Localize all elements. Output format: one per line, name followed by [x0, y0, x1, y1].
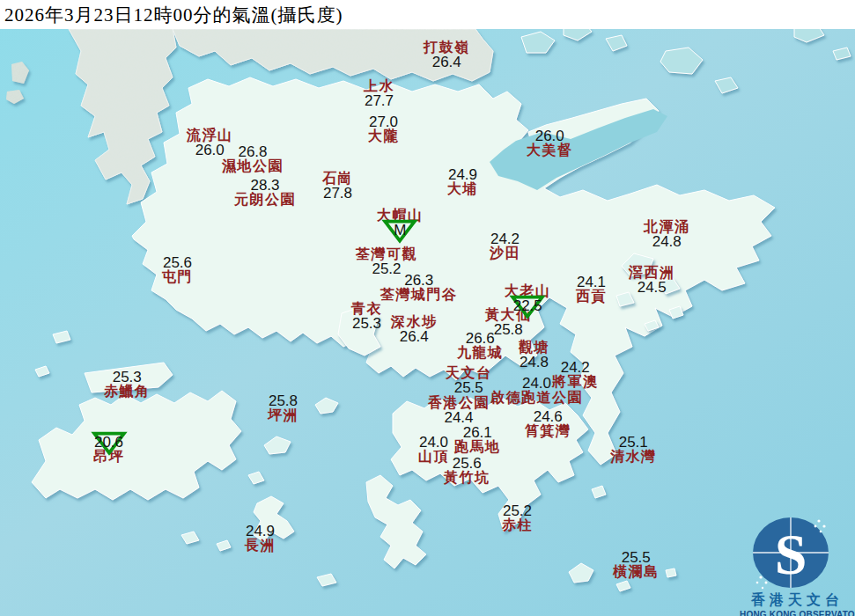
station-temperature-value: 25.2 [372, 261, 401, 276]
station-temperature-value: 26.4 [400, 329, 429, 344]
station-temperature-value: 22.5 [513, 298, 542, 313]
hko-temperature-map-screen: S 打鼓嶺26.4上水27.727.0大隴流浮山26.026.8濕地公園28.3… [0, 0, 855, 616]
station-name-label: 流浮山 [187, 128, 233, 143]
station-temperature-value: 24.9 [448, 167, 477, 182]
station-name-label: 天文台 [446, 366, 492, 380]
station-赤鱲角: 25.3赤鱲角 [104, 370, 151, 399]
station-temperature-value: 25.5 [622, 550, 651, 565]
logo-chinese-name: 香港天文台 [740, 591, 855, 610]
station-元朗公園: 28.3元朗公園 [234, 178, 296, 207]
hko-logo-captions: 香港天文台 HONG KONG OBSERVATORY [740, 503, 855, 616]
station-temperature-value: 27.0 [369, 114, 398, 129]
logo-english-name: HONG KONG OBSERVATORY [740, 610, 855, 616]
station-赤柱: 25.2赤柱 [502, 503, 533, 532]
station-name-label: 濕地公園 [222, 159, 284, 173]
station-深水埗: 深水埗26.4 [391, 315, 438, 344]
station-temperature-value: 24.5 [638, 280, 667, 295]
station-temperature-value: 28.3 [250, 178, 279, 193]
station-大埔: 24.9大埔 [447, 167, 478, 196]
title-bar: 2026年3月23日12時00分的氣溫(攝氏度) [0, 0, 855, 29]
station-name-label: 觀塘 [519, 341, 549, 355]
station-name-label: 屯門 [162, 270, 193, 284]
station-temperature-value: 27.7 [365, 93, 394, 108]
station-temperature-value: 25.6 [453, 456, 482, 471]
station-滘西洲: 滘西洲24.5 [629, 266, 675, 295]
station-name-label: 北潭涌 [644, 220, 690, 234]
station-temperature-value: 25.1 [619, 435, 648, 450]
station-橫瀾島: 25.5橫瀾島 [613, 550, 660, 579]
station-temperature-value: 24.4 [444, 410, 473, 425]
station-name-label: 清水灣 [610, 450, 657, 464]
station-大美督: 26.0大美督 [527, 128, 573, 158]
station-temperature-value: 20.6 [94, 435, 123, 450]
station-name-label: 大埔 [447, 182, 478, 196]
station-長洲: 24.9長洲 [245, 524, 276, 553]
station-濕地公園: 26.8濕地公園 [222, 144, 284, 173]
station-name-label: 將軍澳 [552, 375, 599, 389]
station-黃竹坑: 25.6黃竹坑 [444, 456, 490, 485]
station-temperature-value: 24.6 [534, 409, 563, 424]
station-name-label: 上水 [364, 79, 394, 93]
station-name-label: 荃灣城門谷 [380, 288, 458, 302]
station-name-label: 橫瀾島 [613, 565, 660, 579]
station-打鼓嶺: 打鼓嶺26.4 [424, 40, 470, 70]
station-temperature-value: 25.8 [269, 393, 298, 408]
station-name-label: 坪洲 [268, 408, 299, 422]
station-name-label: 深水埗 [391, 315, 438, 329]
stations-layer: 打鼓嶺26.4上水27.727.0大隴流浮山26.026.8濕地公園28.3元朗… [0, 0, 855, 616]
station-跑馬地: 26.1跑馬地 [454, 425, 501, 454]
station-觀塘: 觀塘24.8 [519, 341, 549, 370]
station-name-label: 元朗公園 [234, 193, 296, 207]
station-temperature-value: 25.8 [494, 322, 523, 337]
station-青衣: 青衣25.3 [351, 302, 382, 331]
station-temperature-value: 25.3 [113, 370, 142, 385]
station-香港公園: 香港公園24.4 [428, 396, 490, 425]
station-temperature-value: M [394, 223, 406, 238]
station-name-label: 石崗 [322, 172, 353, 186]
station-西貢: 24.1西貢 [576, 275, 607, 304]
station-清水灣: 25.1清水灣 [610, 435, 657, 464]
station-name-label: 長洲 [245, 539, 276, 553]
station-temperature-value: 25.6 [163, 255, 192, 270]
station-大隴: 27.0大隴 [368, 114, 399, 143]
station-name-label: 大美督 [527, 143, 573, 158]
station-temperature-value: 26.4 [432, 55, 461, 70]
station-temperature-value: 27.8 [323, 186, 352, 201]
station-name-label: 荃灣可觀 [356, 247, 417, 261]
station-name-label: 沙田 [490, 246, 520, 260]
station-temperature-value: 25.3 [352, 316, 381, 331]
page-title: 2026年3月23日12時00分的氣溫(攝氏度) [4, 3, 343, 27]
station-天文台: 天文台25.5 [446, 366, 492, 395]
station-temperature-value: 24.0 [419, 435, 448, 450]
station-上水: 上水27.7 [364, 79, 394, 108]
station-name-label: 赤鱲角 [104, 385, 151, 399]
station-temperature-value: 26.3 [404, 273, 433, 288]
station-temperature-value: 24.2 [490, 231, 520, 246]
station-name-label: 滘西洲 [629, 266, 675, 280]
station-name-label: 大隴 [368, 129, 399, 143]
station-temperature-value: 25.5 [454, 380, 483, 395]
station-temperature-value: 24.1 [577, 275, 606, 290]
station-name-label: 打鼓嶺 [424, 40, 470, 55]
station-temperature-value: 26.8 [238, 144, 267, 159]
station-昂坪: 20.6昂坪 [93, 435, 124, 464]
station-temperature-value: 24.2 [561, 360, 590, 375]
station-大老山: 大老山22.5 [505, 284, 551, 313]
station-temperature-value: 24.9 [246, 524, 275, 539]
station-temperature-value: 26.6 [466, 331, 495, 346]
station-name-label: 九龍城 [457, 346, 504, 360]
station-name-label: 赤柱 [502, 518, 533, 532]
station-temperature-value: 26.0 [535, 128, 564, 143]
station-name-label: 啟德跑道公園 [490, 391, 583, 405]
station-name-label: 黃竹坑 [444, 471, 490, 485]
station-temperature-value: 26.1 [463, 425, 492, 440]
station-temperature-value: 25.2 [503, 503, 532, 518]
station-沙田: 24.2沙田 [490, 231, 520, 260]
station-temperature-value: 24.0 [522, 376, 551, 391]
station-temperature-value: 26.0 [195, 143, 225, 158]
station-石崗: 石崗27.8 [322, 172, 353, 201]
station-name-label: 筲箕灣 [525, 424, 571, 438]
station-temperature-value: 24.8 [652, 234, 682, 249]
station-大帽山: 大帽山M [377, 209, 424, 238]
station-name-label: 青衣 [351, 302, 382, 316]
